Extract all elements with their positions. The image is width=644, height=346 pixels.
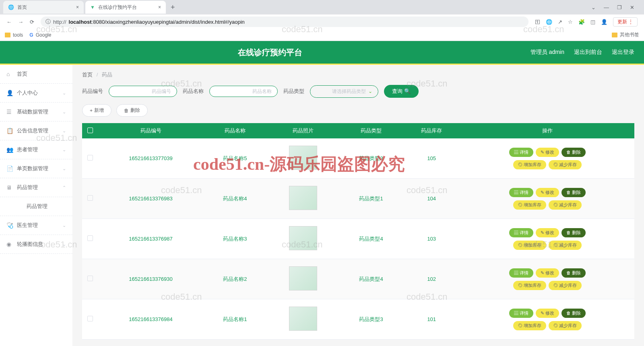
- tab-label: 在线诊疗预约平台: [98, 4, 137, 11]
- update-button[interactable]: 更新 ⋮: [613, 17, 638, 27]
- decrease-stock-button[interactable]: ◎ 减少库存: [549, 241, 582, 250]
- row-checkbox[interactable]: [87, 235, 93, 241]
- filter-type-select[interactable]: 请选择药品类型 ⌄: [310, 85, 378, 98]
- filter-id-input[interactable]: [109, 86, 177, 97]
- reload-icon[interactable]: ⟳: [30, 19, 34, 25]
- detail-button[interactable]: ▤ 详情: [509, 188, 533, 197]
- add-button[interactable]: +新增: [82, 104, 111, 117]
- admin-label[interactable]: 管理员 admin: [530, 49, 564, 56]
- decrease-stock-button[interactable]: ◎ 减少库存: [549, 321, 582, 330]
- add-tab-button[interactable]: +: [167, 3, 178, 12]
- decrease-stock-button[interactable]: ◎ 减少库存: [549, 160, 582, 169]
- other-bookmarks[interactable]: 其他书签: [612, 31, 639, 38]
- sidebar-item-label: 公告信息管理: [17, 127, 48, 134]
- increase-stock-button[interactable]: ◎ 增加库存: [513, 160, 546, 169]
- nav-icons: ← → ⟳: [3, 19, 37, 25]
- browser-tab[interactable]: 🌐 首页 ×: [3, 1, 84, 14]
- delete-button[interactable]: 🗑 删除: [561, 228, 586, 237]
- star-icon[interactable]: ☆: [568, 19, 573, 25]
- cell-stock: 105: [403, 138, 460, 179]
- increase-stock-button[interactable]: ◎ 增加库存: [513, 241, 546, 250]
- sidebar-subitem[interactable]: 药品管理: [0, 197, 72, 216]
- delete-button[interactable]: 🗑 删除: [561, 188, 586, 197]
- breadcrumb: 首页 / 药品: [82, 71, 634, 78]
- sidebar-item[interactable]: ⌂首页: [0, 65, 72, 84]
- delete-button[interactable]: 🗑删除: [116, 104, 148, 117]
- increase-stock-button[interactable]: ◎ 增加库存: [513, 281, 546, 290]
- logout-front-button[interactable]: 退出到前台: [574, 49, 602, 56]
- product-image[interactable]: [289, 266, 317, 290]
- menu-icon: 🩺: [6, 222, 13, 229]
- sidebar-item[interactable]: 📄单页数据管理⌄: [0, 159, 72, 178]
- row-checkbox[interactable]: [87, 195, 93, 201]
- cell-id: 165216613376984: [98, 299, 203, 340]
- folder-icon: [612, 33, 617, 37]
- browser-tab[interactable]: ▼ 在线诊疗预约平台 ×: [85, 1, 166, 14]
- edit-button[interactable]: ✎ 修改: [536, 148, 559, 157]
- edit-button[interactable]: ✎ 修改: [536, 188, 559, 197]
- increase-stock-button[interactable]: ◎ 增加库存: [513, 321, 546, 330]
- key-icon[interactable]: ⚿: [535, 19, 540, 25]
- delete-button[interactable]: 🗑 删除: [561, 309, 586, 318]
- chevron-icon: ⌄: [62, 91, 66, 96]
- sidebar-item[interactable]: 👤个人中心⌄: [0, 84, 72, 103]
- close-icon[interactable]: ×: [76, 4, 79, 10]
- decrease-stock-button[interactable]: ◎ 减少库存: [549, 200, 582, 210]
- detail-button[interactable]: ▤ 详情: [509, 268, 533, 278]
- bookmark-item[interactable]: GGoogle: [29, 32, 51, 38]
- increase-stock-button[interactable]: ◎ 增加库存: [513, 200, 546, 210]
- detail-button[interactable]: ▤ 详情: [509, 148, 533, 157]
- sidebar-item-label: 基础数据管理: [17, 108, 48, 115]
- row-checkbox[interactable]: [87, 316, 93, 321]
- row-checkbox[interactable]: [87, 276, 93, 281]
- edit-button[interactable]: ✎ 修改: [536, 268, 559, 278]
- sidebar-item[interactable]: 🩺医生管理⌄: [0, 216, 72, 235]
- sidebar-item[interactable]: ◉轮播图信息⌄: [0, 235, 72, 254]
- panel-icon[interactable]: ◫: [590, 19, 595, 25]
- edit-button[interactable]: ✎ 修改: [536, 309, 559, 318]
- forward-icon[interactable]: →: [18, 19, 23, 25]
- chevron-down-icon[interactable]: ⌄: [591, 4, 596, 10]
- close-icon[interactable]: ✕: [630, 4, 634, 10]
- url-input[interactable]: ⓘ http://localhost:8080/xiaoxingzhenliao…: [41, 16, 528, 27]
- logout-button[interactable]: 退出登录: [612, 49, 634, 56]
- detail-button[interactable]: ▤ 详情: [509, 309, 533, 318]
- menu-icon: 📋: [6, 128, 13, 134]
- cell-image: [267, 179, 339, 219]
- delete-button[interactable]: 🗑 删除: [561, 268, 586, 278]
- filter-name-input[interactable]: [209, 86, 278, 97]
- translate-icon[interactable]: 🌐: [546, 19, 552, 25]
- row-checkbox[interactable]: [87, 155, 93, 161]
- product-image[interactable]: [289, 146, 317, 170]
- product-image[interactable]: [289, 307, 317, 331]
- profile-icon[interactable]: 👤: [601, 19, 607, 25]
- detail-button[interactable]: ▤ 详情: [509, 228, 533, 237]
- filter-id-label: 药品编号: [82, 88, 103, 95]
- product-image[interactable]: [289, 226, 317, 250]
- back-icon[interactable]: ←: [6, 19, 12, 25]
- sidebar-item[interactable]: 🖥药品管理⌃: [0, 178, 72, 197]
- minimize-icon[interactable]: —: [604, 4, 609, 10]
- delete-button[interactable]: 🗑 删除: [561, 148, 586, 157]
- decrease-stock-button[interactable]: ◎ 减少库存: [549, 281, 582, 290]
- sidebar-item[interactable]: 👥患者管理⌄: [0, 140, 72, 159]
- product-image[interactable]: [289, 186, 317, 210]
- share-icon[interactable]: ↗: [558, 19, 562, 25]
- url-host: localhost: [69, 19, 92, 25]
- bookmark-item[interactable]: tools: [5, 32, 23, 38]
- breadcrumb-home[interactable]: 首页: [82, 72, 93, 78]
- cell-type: 药品类型4: [339, 219, 403, 259]
- info-icon[interactable]: ⓘ: [45, 18, 51, 25]
- page-title: 在线诊疗预约平台: [10, 47, 530, 58]
- sidebar-item[interactable]: ☰基础数据管理⌄: [0, 103, 72, 122]
- extension-icon[interactable]: 🧩: [578, 19, 585, 25]
- query-button[interactable]: 查询 🔍: [384, 85, 419, 98]
- table-row: 165216613376930 药品名称2 药品类型4 102 ▤ 详情 ✎ 修…: [82, 259, 634, 299]
- cell-image: [267, 299, 339, 340]
- edit-button[interactable]: ✎ 修改: [536, 228, 559, 237]
- menu-icon: ☰: [6, 109, 13, 115]
- close-icon[interactable]: ×: [158, 4, 161, 10]
- select-all-checkbox[interactable]: [87, 128, 93, 133]
- maximize-icon[interactable]: ❐: [617, 4, 622, 10]
- sidebar-item[interactable]: 📋公告信息管理⌄: [0, 122, 72, 140]
